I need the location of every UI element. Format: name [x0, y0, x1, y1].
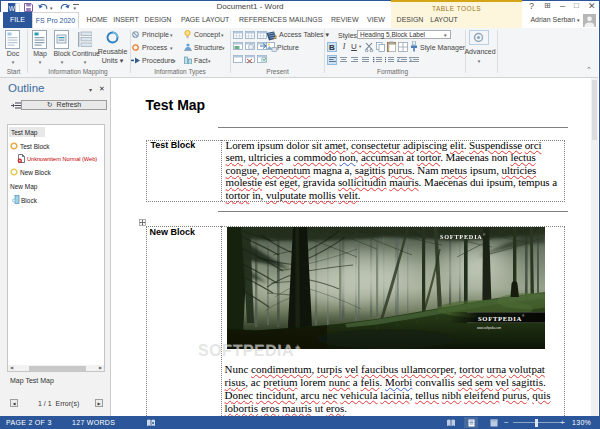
svg-text:W: W: [9, 5, 16, 12]
svg-text:www.softpedia.com: www.softpedia.com: [477, 326, 502, 330]
svg-text:SOFTPEDIA: SOFTPEDIA: [478, 315, 522, 322]
svg-text:SOFTPEDIA: SOFTPEDIA: [440, 233, 483, 240]
